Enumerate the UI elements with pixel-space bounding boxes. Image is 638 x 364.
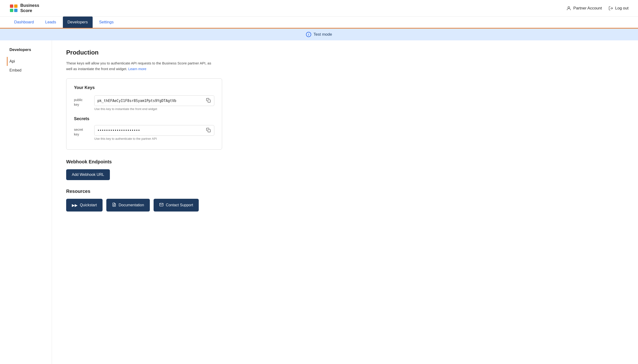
logo-text: Business Score [20,3,39,13]
copy-icon [206,98,211,103]
logout-icon [608,6,613,10]
page-title: Production [66,49,624,56]
quickstart-icon: ▶▶ [72,203,78,208]
svg-rect-2 [10,9,13,12]
contact-support-button[interactable]: Contact Support [154,199,199,212]
public-key-label: publickey [74,95,91,107]
svg-rect-6 [208,100,211,102]
partner-account: Partner Account [566,6,602,11]
resources-section: Resources ▶▶ Quickstart [66,188,624,212]
svg-point-4 [568,6,570,8]
keys-card-title: Your Keys [74,85,214,90]
mail-icon [159,202,164,207]
public-key-value: pk_thEFAeCyI1F8sr8Syam1Ppts9YgDTAgtVb [97,99,204,103]
doc-icon [112,202,116,207]
logo-icon [10,4,18,12]
public-key-row: publickey pk_thEFAeCyI1F8sr8Syam1Ppts9Yg… [74,95,214,111]
nav: Dashboard Leads Developers Settings [0,16,638,28]
main-layout: Developers Api Embed Production These ke… [0,40,638,364]
nav-settings[interactable]: Settings [95,16,118,28]
learn-more-link[interactable]: Learn more [128,67,147,71]
public-key-input-row: pk_thEFAeCyI1F8sr8Syam1Ppts9YgDTAgtVb [94,95,214,106]
secrets-title: Secrets [74,116,214,121]
svg-rect-7 [208,130,211,132]
secret-key-label: secretkey [74,125,91,137]
sidebar-title: Developers [10,48,52,52]
sidebar-item-embed[interactable]: Embed [10,66,52,75]
secret-key-area: •••••••••••••••••••• Use this key to aut… [94,125,214,140]
public-key-area: pk_thEFAeCyI1F8sr8Syam1Ppts9YgDTAgtVb Us… [94,95,214,111]
copy-public-key-button[interactable] [206,98,211,104]
copy-icon-2 [206,128,211,132]
test-mode-label: Test mode [313,32,332,37]
test-mode-banner: i Test mode [0,28,638,40]
quickstart-button[interactable]: ▶▶ Quickstart [66,199,103,212]
webhook-section-title: Webhook Endpoints [66,159,624,164]
documentation-button[interactable]: Documentation [106,199,150,212]
svg-rect-0 [10,4,13,8]
resources-title: Resources [66,188,624,194]
info-icon: i [306,32,311,37]
copy-secret-key-button[interactable] [206,127,211,134]
public-key-hint: Use this key to instantiate the front en… [94,107,214,111]
header-right: Partner Account Log out [566,6,628,11]
nav-developers[interactable]: Developers [63,16,93,28]
main-content: Production These keys will allow you to … [52,40,638,364]
secret-key-hint: Use this key to authenticate to the part… [94,137,214,140]
email-icon [159,202,164,208]
sidebar: Developers Api Embed [0,40,52,364]
secret-key-value: •••••••••••••••••••• [97,128,204,133]
logo-area: Business Score [10,3,39,13]
svg-rect-3 [14,9,18,12]
resources-buttons: ▶▶ Quickstart Documentation [66,199,624,212]
account-icon [566,6,571,11]
logout-button[interactable]: Log out [608,6,628,10]
page-description: These keys will allow you to authenticat… [66,60,217,72]
nav-dashboard[interactable]: Dashboard [10,16,39,28]
nav-leads[interactable]: Leads [41,16,61,28]
svg-rect-1 [14,4,18,8]
keys-card: Your Keys publickey pk_thEFAeCyI1F8sr8Sy… [66,78,222,150]
webhook-section: Webhook Endpoints Add Webhook URL [66,159,624,188]
add-webhook-button[interactable]: Add Webhook URL [66,169,110,180]
secret-key-row: secretkey •••••••••••••••••••• Use this … [74,125,214,140]
sidebar-item-api[interactable]: Api [7,57,52,66]
documentation-icon [112,202,116,208]
secret-key-input-row: •••••••••••••••••••• [94,125,214,136]
header: Business Score Partner Account Log out [0,0,638,16]
